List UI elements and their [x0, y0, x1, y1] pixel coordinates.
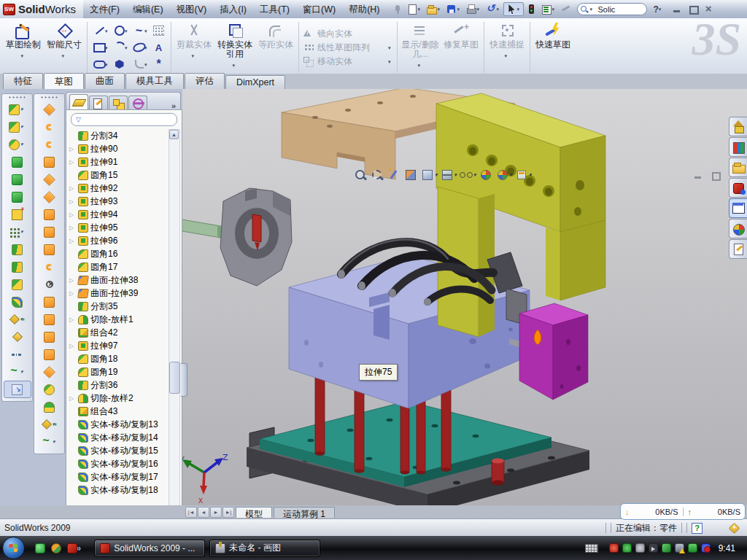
model-tab-模型[interactable]: 模型 — [236, 507, 272, 518]
intersect-icon[interactable] — [4, 258, 31, 276]
curves-icon[interactable] — [36, 433, 63, 451]
filled-surface-icon[interactable] — [36, 188, 63, 206]
start-button[interactable] — [2, 537, 25, 559]
propertymanager-tab[interactable] — [89, 96, 108, 110]
apply-scene-icon[interactable] — [495, 168, 513, 182]
dimxpertmanager-tab[interactable] — [128, 96, 147, 110]
view-orientation-icon[interactable] — [420, 168, 438, 182]
save-icon[interactable] — [444, 3, 463, 15]
sketch-fillet-icon[interactable] — [129, 56, 149, 73]
featuremanager-tab[interactable] — [69, 94, 88, 110]
toolbar-drag-handle[interactable] — [8, 96, 27, 99]
view-settings-icon[interactable] — [514, 168, 532, 182]
thicken-icon[interactable] — [36, 363, 63, 381]
menu-item[interactable]: 工具(T) — [253, 1, 296, 18]
reference-geometry-icon[interactable] — [36, 416, 63, 433]
expand-arrow-icon[interactable] — [69, 277, 76, 284]
prev-tab-button[interactable]: ◄ — [198, 507, 209, 518]
split-icon[interactable] — [4, 241, 31, 258]
boundary-surface-icon[interactable] — [36, 171, 63, 188]
volume-icon[interactable] — [649, 543, 658, 553]
first-tab-button[interactable]: |◄ — [185, 507, 197, 518]
security-app-icon[interactable] — [51, 543, 61, 553]
quick-snaps-button[interactable]: 快速捕捉 — [487, 20, 527, 75]
untrim-surface-icon[interactable] — [36, 311, 63, 328]
menu-item[interactable]: 插入(I) — [213, 1, 253, 18]
hide-show-items-icon[interactable] — [459, 168, 476, 182]
point-icon[interactable] — [149, 56, 169, 73]
smart-dimension-button[interactable]: 智能尺寸 — [44, 20, 85, 75]
minimize-button[interactable] — [671, 4, 683, 15]
tab-评估[interactable]: 评估 — [185, 73, 225, 89]
expand-arrow-icon[interactable] — [69, 146, 76, 152]
undo-icon[interactable] — [484, 3, 503, 15]
spline-icon[interactable] — [129, 23, 149, 39]
expand-arrow-icon[interactable] — [69, 343, 76, 349]
search-caret-icon[interactable] — [589, 4, 595, 15]
side-block[interactable] — [519, 303, 588, 400]
custom-properties-icon[interactable] — [729, 239, 747, 259]
tree-item[interactable]: 圆角19 — [68, 365, 167, 378]
sketch-button[interactable]: 草图绘制 — [3, 20, 44, 75]
tree-item[interactable]: 实体-移动/复制17 — [68, 470, 167, 483]
expand-arrow-icon[interactable] — [69, 395, 76, 402]
tree-item[interactable]: 拉伸96 — [68, 234, 167, 247]
traffic-light-icon[interactable] — [525, 3, 538, 15]
slot-icon[interactable] — [90, 56, 109, 73]
section-view-icon[interactable] — [403, 168, 418, 182]
home-tab-icon[interactable] — [729, 117, 747, 136]
tree-item[interactable]: 拉伸90 — [68, 142, 167, 155]
design-library-icon[interactable] — [729, 137, 747, 157]
tree-item[interactable]: 曲面-拉伸39 — [68, 287, 167, 300]
lofted-boss-icon[interactable] — [4, 153, 31, 171]
circle-icon[interactable] — [109, 23, 129, 39]
expand-arrow-icon[interactable] — [69, 316, 76, 323]
pattern-box-icon[interactable] — [149, 23, 169, 39]
tree-item[interactable]: 拉伸91 — [68, 155, 167, 168]
expand-arrow-icon[interactable] — [69, 238, 76, 244]
select-icon[interactable] — [503, 2, 524, 16]
next-tab-button[interactable]: ► — [210, 507, 222, 518]
combine-icon[interactable] — [4, 276, 31, 293]
delete-face-icon[interactable] — [36, 276, 63, 293]
planar-surface-icon[interactable] — [36, 206, 63, 223]
view-palette-icon[interactable] — [729, 198, 747, 218]
scroll-thumb[interactable] — [169, 362, 180, 394]
input-method-icon[interactable] — [585, 544, 598, 553]
curve-icon[interactable] — [4, 363, 31, 381]
tag-icon[interactable] — [729, 522, 740, 534]
taskbar-clock[interactable]: 9:41 — [719, 543, 735, 553]
display-delete-relations-button[interactable]: 显示/删除几... — [400, 20, 441, 75]
menu-item[interactable]: 视图(V) — [170, 1, 214, 18]
display-style-icon[interactable] — [440, 168, 457, 182]
tree-item[interactable]: 实体-移动/复制14 — [68, 431, 167, 444]
revolved-surface-icon[interactable] — [36, 118, 63, 136]
tree-item[interactable]: 拉伸97 — [68, 339, 167, 352]
doc-restore-button[interactable] — [711, 171, 721, 180]
toolbar-drag-handle[interactable] — [40, 96, 59, 99]
menu-item[interactable]: 编辑(E) — [126, 1, 170, 18]
options-list-icon[interactable] — [539, 3, 558, 15]
polygon-icon[interactable] — [109, 56, 129, 73]
search-input[interactable] — [596, 4, 637, 15]
reference-point-icon[interactable] — [4, 311, 31, 328]
instant3d-icon[interactable] — [4, 381, 31, 398]
tree-item[interactable]: 切除-放样1 — [68, 313, 167, 326]
tree-item[interactable]: 分割34 — [68, 129, 167, 142]
tree-item[interactable]: 圆角16 — [68, 247, 167, 260]
menu-item[interactable]: 窗口(W) — [296, 1, 342, 18]
extruded-surface-icon[interactable] — [36, 101, 63, 118]
configurationmanager-tab[interactable] — [109, 96, 128, 110]
network-warning-icon[interactable] — [675, 543, 684, 553]
linear-pattern-icon[interactable] — [4, 223, 31, 241]
ruled-surface-icon[interactable] — [36, 241, 63, 258]
tab-模具工具[interactable]: 模具工具 — [125, 73, 184, 89]
tree-item[interactable]: 分割36 — [68, 378, 167, 392]
tree-item[interactable]: 圆角15 — [68, 168, 167, 182]
menu-item[interactable]: 帮助(H) — [342, 1, 386, 18]
tree-filter-box[interactable] — [71, 113, 177, 126]
view-selector-icon[interactable] — [387, 168, 401, 182]
repair-sketch-button[interactable]: 修复草图 — [441, 20, 481, 75]
doc-minimize-button[interactable] — [693, 171, 703, 180]
extend-surface-icon[interactable] — [36, 258, 63, 276]
